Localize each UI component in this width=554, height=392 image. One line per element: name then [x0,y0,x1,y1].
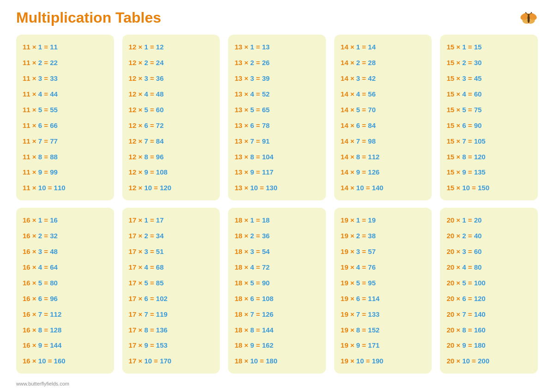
multiplier: 15 [446,74,454,82]
result: 144 [50,341,61,349]
multiplicand: 5 [356,279,360,287]
equals-sign: = [254,168,262,176]
result: 60 [156,106,164,114]
multiplicand: 8 [38,153,42,161]
multiplicand: 2 [144,232,148,240]
times-operator: × [454,137,462,145]
equation: 12 × 3 = 36 [129,73,214,84]
times-operator: × [242,232,250,240]
times-operator: × [242,74,250,82]
equation: 11 × 5 = 55 [23,104,108,115]
equals-sign: = [42,90,50,98]
times-operator: × [348,184,356,192]
multiplier: 16 [23,232,30,240]
times-operator: × [30,232,38,240]
result: 126 [262,310,273,318]
multiplier: 13 [235,59,242,66]
equation: 12 × 6 = 72 [129,120,214,131]
times-operator: × [30,168,38,176]
equation: 17 × 6 = 102 [129,293,214,304]
multiplier: 11 [23,43,30,51]
multiplicand: 9 [356,168,360,176]
times-operator: × [242,279,250,287]
result: 90 [262,279,270,287]
result: 76 [368,263,376,271]
multiplier: 20 [446,326,454,334]
equation: 15 × 9 = 135 [446,167,531,177]
equation: 18 × 6 = 108 [235,293,319,304]
result: 128 [50,326,61,334]
times-operator: × [136,43,144,51]
equation: 18 × 2 = 36 [235,230,319,241]
equation: 13 × 5 = 65 [235,104,319,115]
equals-sign: = [360,216,368,224]
equation: 11 × 10 = 110 [23,182,108,193]
equation: 16 × 2 = 32 [23,230,108,241]
equation: 19 × 3 = 57 [341,246,426,257]
equals-sign: = [360,295,368,302]
table-card-14: 14 × 1 = 1414 × 2 = 2814 × 3 = 4214 × 4 … [334,35,432,200]
multiplier: 18 [235,263,242,271]
result: 14 [368,43,376,51]
times-operator: × [454,357,462,365]
multiplicand: 10 [250,357,258,365]
result: 51 [156,247,164,255]
times-operator: × [454,232,462,240]
times-operator: × [30,263,38,271]
result: 140 [372,184,383,192]
multiplier: 12 [129,168,137,176]
multiplier: 16 [23,247,30,255]
equals-sign: = [148,137,156,145]
multiplicand: 9 [38,341,42,349]
times-operator: × [242,106,250,114]
equation: 15 × 10 = 150 [446,182,531,193]
equation: 15 × 7 = 105 [446,136,531,146]
result: 52 [262,90,270,98]
multiplicand: 10 [356,184,364,192]
times-operator: × [454,153,462,161]
equals-sign: = [360,90,368,98]
multiplicand: 5 [144,106,148,114]
equation: 20 × 7 = 140 [446,309,531,320]
equals-sign: = [360,106,368,114]
result: 150 [478,184,489,192]
result: 56 [368,90,376,98]
page-title: Multiplication Tables [16,9,538,26]
equation: 15 × 6 = 90 [446,120,531,131]
multiplier: 13 [235,137,242,145]
multiplicand: 4 [462,263,466,271]
multiplicand: 7 [356,310,360,318]
times-operator: × [242,168,250,176]
multiplier: 18 [235,216,242,224]
equation: 19 × 7 = 133 [341,309,426,320]
times-operator: × [348,247,356,255]
times-operator: × [348,168,356,176]
result: 36 [156,74,164,82]
equals-sign: = [360,247,368,255]
multiplicand: 2 [462,232,466,240]
svg-point-5 [528,14,530,16]
result: 119 [156,310,168,318]
equation: 13 × 2 = 26 [235,57,319,68]
equation: 15 × 4 = 60 [446,89,531,99]
equation: 16 × 9 = 144 [23,340,108,350]
multiplicand: 6 [144,295,148,302]
multiplier: 18 [235,326,242,334]
multiplier: 12 [129,184,137,192]
equals-sign: = [148,263,156,271]
multiplier: 13 [235,74,242,82]
multiplier: 13 [235,121,242,129]
multiplicand: 1 [356,216,360,224]
multiplicand: 9 [38,168,42,176]
multiplicand: 8 [462,153,466,161]
multiplicand: 1 [462,216,466,224]
multiplier: 16 [23,326,30,334]
equals-sign: = [148,341,156,349]
times-operator: × [30,216,38,224]
multiplier: 17 [129,310,137,318]
equals-sign: = [466,247,474,255]
result: 84 [156,137,164,145]
equation: 16 × 1 = 16 [23,215,108,225]
multiplier: 18 [235,232,242,240]
result: 19 [368,216,376,224]
